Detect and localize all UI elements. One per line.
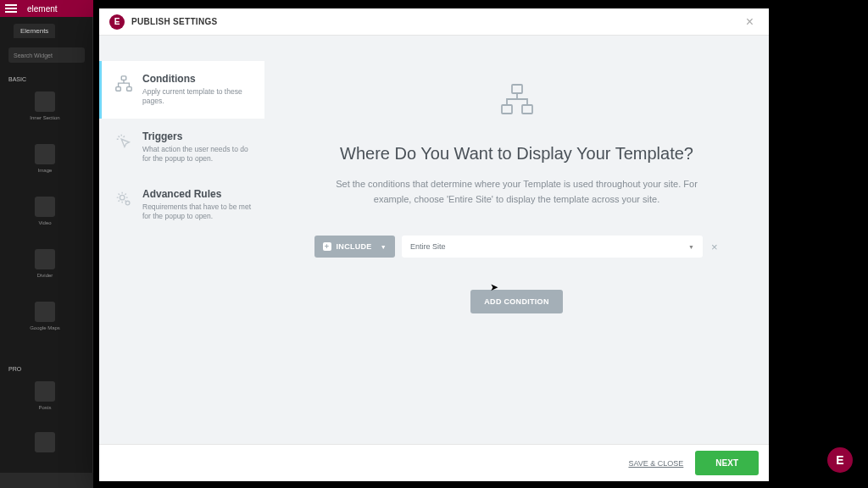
scope-select[interactable]: Entire Site ▼ — [402, 236, 703, 258]
svg-point-4 — [125, 201, 130, 205]
modal-header: E PUBLISH SETTINGS × — [99, 8, 769, 36]
svg-rect-7 — [522, 105, 532, 114]
click-icon — [114, 132, 134, 152]
widget-item[interactable]: Posts — [24, 381, 66, 410]
svg-rect-6 — [502, 105, 512, 114]
gear-icon — [114, 190, 134, 210]
widget-item[interactable]: Divider — [24, 249, 66, 278]
fab-button[interactable]: E — [827, 447, 853, 473]
svg-rect-5 — [512, 85, 522, 93]
remove-condition-icon[interactable]: × — [709, 239, 720, 255]
sidebar-item-conditions[interactable]: Conditions Apply current template to the… — [99, 61, 264, 119]
section-label-basic: BASIC — [8, 76, 26, 82]
next-button[interactable]: NEXT — [695, 451, 759, 475]
svg-rect-2 — [127, 87, 132, 92]
sidebar-item-desc: Requirements that have to be met for the… — [142, 202, 254, 222]
svg-point-3 — [120, 195, 125, 200]
include-toggle[interactable]: + INCLUDE ▼ — [314, 236, 395, 258]
brand-label: element — [27, 4, 58, 14]
widget-item[interactable]: Video — [24, 197, 66, 225]
editor-footer — [0, 473, 93, 488]
modal-title: PUBLISH SETTINGS — [131, 17, 217, 26]
modal-footer: SAVE & CLOSE NEXT — [99, 444, 769, 481]
close-icon[interactable]: × — [741, 13, 759, 31]
sidebar-item-label: Conditions — [142, 73, 254, 85]
sidebar-item-desc: Apply current template to these pages. — [142, 87, 254, 107]
add-condition-button[interactable]: ADD CONDITION — [470, 290, 562, 313]
main-description: Set the conditions that determine where … — [331, 177, 704, 207]
plus-icon: + — [323, 242, 331, 251]
main-title: Where Do You Want to Display Your Templa… — [340, 144, 693, 164]
sidebar-item-desc: What action the user needs to do for the… — [142, 145, 254, 164]
condition-row: + INCLUDE ▼ Entire Site ▼ × — [314, 236, 720, 258]
elementor-logo-icon: E — [109, 14, 125, 30]
modal-body: Conditions Apply current template to the… — [99, 36, 769, 444]
editor-panel: element Elements Search Widget BASIC Inn… — [0, 0, 93, 488]
sidebar-item-triggers[interactable]: Triggers What action the user needs to d… — [99, 119, 264, 176]
sidebar-item-label: Triggers — [142, 130, 254, 142]
svg-rect-0 — [121, 76, 126, 80]
modal-main: Where Do You Want to Display Your Templa… — [264, 36, 769, 444]
chevron-down-icon: ▼ — [381, 244, 387, 250]
chevron-down-icon: ▼ — [688, 244, 694, 250]
hamburger-icon[interactable] — [5, 4, 17, 13]
svg-rect-1 — [116, 87, 121, 92]
widget-item[interactable]: Image — [24, 144, 66, 173]
sidebar-item-advanced-rules[interactable]: Advanced Rules Requirements that have to… — [99, 176, 264, 234]
widget-item[interactable]: Inner Section — [24, 92, 66, 120]
modal-sidebar: Conditions Apply current template to the… — [99, 36, 264, 444]
panel-tab[interactable]: Elements — [14, 24, 55, 38]
hero-sitemap-icon — [498, 83, 536, 120]
widget-item[interactable] — [24, 432, 66, 456]
search-input[interactable]: Search Widget — [8, 47, 85, 63]
section-label-pro: PRO — [8, 366, 21, 372]
sitemap-icon — [114, 75, 134, 95]
save-close-link[interactable]: SAVE & CLOSE — [628, 459, 683, 468]
publish-settings-modal: E PUBLISH SETTINGS × Conditions Apply cu… — [99, 8, 769, 481]
sidebar-item-label: Advanced Rules — [142, 188, 254, 200]
editor-topbar: element — [0, 0, 93, 17]
widget-item[interactable]: Google Maps — [24, 302, 66, 330]
